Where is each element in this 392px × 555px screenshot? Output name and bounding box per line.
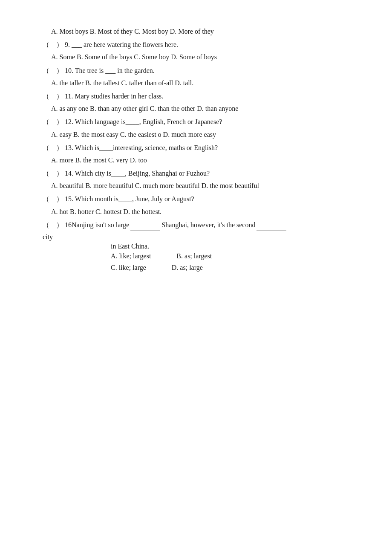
intro-answer-line: A. Most boys B. Most of they C. Most boy… [43,26,358,37]
intro-answer-text: A. Most boys B. Most of they C. Most boy… [51,28,214,35]
question-12-line: （ ） 12. Which language is____, English, … [43,116,358,127]
q16-answer-row-2: C. like; large D. as; large [111,262,358,273]
q16-city-text: city [43,233,53,240]
q16-answers: A. like; largest B. as; largest C. like;… [43,250,358,273]
question-12-block: （ ） 12. Which language is____, English, … [43,116,358,140]
question-14-block: （ ） 14. Which city is____, Beijing, Shan… [43,168,358,191]
q15-text: 15. Which month is____, June, July or Au… [63,193,194,205]
question-14-line: （ ） 14. Which city is____, Beijing, Shan… [43,168,358,179]
question-9-line: （ ） 9. ___ are here watering the flowers… [43,39,358,50]
q14-bracket: （ ） [43,168,63,179]
q10-answers: A. the taller B. the tallest C. taller t… [43,77,358,89]
q12-text: 12. Which language is____, English, Fren… [63,116,222,127]
q12-answers: A. easy B. the most easy C. the easiest … [43,129,358,140]
question-13-line: （ ） 13. Which is____interesting, science… [43,142,358,153]
question-15-line: （ ） 15. Which month is____, June, July o… [43,193,358,205]
q14-text: 14. Which city is____, Beijing, Shanghai… [63,168,210,179]
q16-sub-line: in East China. [43,243,358,250]
q9-answers: A. Some B. Some of the boys C. Some boy … [43,51,358,63]
question-16-block: （ ） 16Nanjing isn't so large Shanghai, h… [43,219,358,274]
question-13-block: （ ） 13. Which is____interesting, science… [43,142,358,166]
q10-bracket: （ ） [43,65,63,76]
q16-bracket: （ ） [43,219,63,231]
q11-text: 11. Mary studies harder in her class. [63,90,163,102]
q16-blank1 [130,219,160,231]
q16-ans-c: C. like; large [111,262,146,273]
q16-ans-d: D. as; large [172,262,203,273]
q11-bracket: （ ） [43,90,63,102]
q13-answers: A. more B. the most C. very D. too [43,154,358,166]
q16-blank2 [257,219,286,231]
q9-text: 9. ___ are here watering the flowers her… [63,39,178,50]
question-11-block: （ ） 11. Mary studies harder in her class… [43,90,358,114]
q16-sub-text: in East China. [111,243,149,250]
q13-bracket: （ ） [43,142,63,153]
intro-answer-block: A. Most boys B. Most of they C. Most boy… [43,26,358,37]
question-9-block: （ ） 9. ___ are here watering the flowers… [43,39,358,63]
question-15-block: （ ） 15. Which month is____, June, July o… [43,193,358,217]
q11-answers: A. as any one B. than any other girl C. … [43,103,358,114]
q16-answer-row-1: A. like; largest B. as; largest [111,250,358,262]
question-10-block: （ ） 10. The tree is ___ in the garden. A… [43,65,358,89]
q10-text: 10. The tree is ___ in the garden. [63,65,155,76]
q16-middle-text: Shanghai, however, it's the second [161,219,255,231]
q16-city-line: city [43,231,358,243]
q13-text: 13. Which is____interesting, science, ma… [63,142,218,153]
q16-ans-b: B. as; largest [176,250,212,262]
question-11-line: （ ） 11. Mary studies harder in her class… [43,90,358,102]
q9-bracket: （ ） [43,39,63,50]
q16-number-text: 16Nanjing isn't so large [63,219,129,231]
q15-answers: A. hot B. hotter C. hottest D. the hotte… [43,206,358,217]
q14-answers: A. beautiful B. more beautiful C. much m… [43,180,358,191]
question-16-line: （ ） 16Nanjing isn't so large Shanghai, h… [43,219,358,231]
q12-bracket: （ ） [43,116,63,127]
q15-bracket: （ ） [43,193,63,205]
question-10-line: （ ） 10. The tree is ___ in the garden. [43,65,358,76]
q16-ans-a: A. like; largest [111,250,151,262]
